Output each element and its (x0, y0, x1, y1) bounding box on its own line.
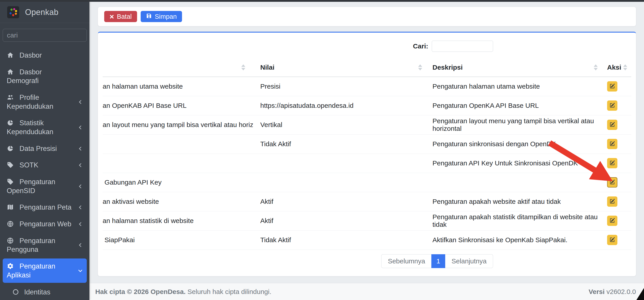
edit-pencil-square-icon (609, 218, 615, 224)
cell-keterangan: an aktivasi website (103, 192, 253, 211)
sidebar-item-label: SOTK (20, 161, 38, 169)
edit-pencil-square-icon (609, 83, 615, 90)
save-button[interactable]: Simpan (141, 11, 182, 22)
sidebar-item-dasbor-demografi[interactable]: Dasbor Demografi (3, 64, 87, 89)
table-row: an layout menu yang tampil bisa vertikal… (103, 115, 631, 134)
cell-keterangan: an layout menu yang tampil bisa vertikal… (103, 115, 253, 134)
cell-aksi (602, 153, 631, 173)
cell-deskripsi: Pengaturan sinkronisasi dengan OpenDK (426, 134, 602, 153)
sidebar-item-pengaturan-peta[interactable]: Pengaturan Peta (3, 200, 87, 215)
sidebar-item-label: Pengaturan Aplikasi (7, 262, 55, 279)
cell-keterangan: SiapPakai (103, 230, 253, 250)
edit-button[interactable] (607, 100, 618, 111)
sidebar-item-dasbor[interactable]: Dasbor (3, 47, 87, 63)
sidebar-subitem-identitas[interactable]: Identitas (3, 284, 87, 300)
cell-deskripsi: Pengaturan halaman utama website (426, 77, 602, 96)
tag-icon (7, 161, 14, 168)
chevron-down-icon (77, 268, 83, 274)
edit-button[interactable] (607, 177, 618, 187)
cell-deskripsi: Pengaturan layout menu yang tampil bisa … (426, 115, 602, 134)
copyright-text: Hak cipta © 2026 OpenDesa. Seluruh hak c… (95, 288, 272, 296)
column-header-key[interactable] (103, 58, 253, 77)
tag-icon (7, 178, 14, 185)
edit-button[interactable] (607, 139, 618, 149)
sidebar-search (3, 29, 87, 42)
edit-pencil-square-icon (609, 141, 615, 147)
close-icon: × (110, 13, 114, 20)
pagination-next-button[interactable]: Selanjutnya (445, 254, 493, 268)
column-header-aksi[interactable]: Aksi (602, 58, 631, 77)
users-icon (7, 94, 14, 101)
chevron-left-icon (77, 204, 83, 210)
sidebar-item-data-presisi[interactable]: Data Presisi (3, 141, 87, 156)
home-icon (7, 68, 14, 75)
cell-nilai: Vertikal (253, 115, 426, 134)
sort-icon (241, 64, 245, 70)
table-row: an OpenKAB API Base URLhttps://apisatuda… (103, 96, 631, 115)
footer: Hak cipta © 2026 OpenDesa. Seluruh hak c… (90, 283, 644, 300)
edit-button[interactable] (607, 120, 618, 130)
circle-icon (12, 288, 19, 296)
edit-button[interactable] (607, 216, 618, 226)
pagination-page-1[interactable]: 1 (431, 254, 445, 268)
sidebar-item-pengaturan-web[interactable]: Pengaturan Web (3, 216, 87, 232)
chevron-left-icon (77, 221, 83, 227)
chevron-left-icon (77, 99, 83, 105)
edit-pencil-square-icon (609, 237, 615, 243)
sidebar-item-sotk[interactable]: SOTK (3, 157, 87, 173)
pagination-prev-button[interactable]: Sebelumnya (381, 254, 431, 268)
pie-icon (7, 119, 14, 126)
brand: Openkab (0, 2, 90, 23)
edit-button[interactable] (607, 158, 618, 168)
cell-aksi (602, 211, 631, 230)
cell-nilai: Tidak Aktif (253, 230, 426, 250)
table-search-label: Cari: (413, 42, 428, 50)
cell-keterangan: an halaman statistik di website (103, 211, 253, 230)
form-toolbar: × Batal Simpan (98, 7, 636, 26)
sidebar-subitem-label: Identitas (24, 288, 50, 296)
sidebar-item-pengaturan-opensid[interactable]: Pengaturan OpenSID (3, 174, 87, 198)
column-header-nilai[interactable]: Nilai (253, 58, 426, 77)
sidebar-item-pengaturan-pengguna[interactable]: Pengaturan Pengguna (3, 233, 87, 257)
cell-deskripsi: Aktifkan Sinkronisasi ke OpenKab SiapPak… (426, 230, 602, 250)
cell-aksi (602, 115, 631, 134)
table-row: an halaman utama websitePresisiPengatura… (103, 77, 631, 96)
table-row: an aktivasi websiteAktifPengaturan apaka… (103, 192, 631, 211)
cell-nilai: Aktif (253, 211, 426, 230)
sidebar-nav: DasborDasbor DemografiProfile Kependuduk… (0, 42, 90, 300)
cell-nilai: Tidak Aktif (253, 134, 426, 153)
chevron-left-icon (77, 146, 83, 151)
sidebar-item-profile-kependudukan[interactable]: Profile Kependudukan (3, 90, 87, 114)
cell-keterangan: Gabungan API Key (103, 173, 253, 192)
column-header-deskripsi[interactable]: Deskripsi (426, 58, 602, 77)
table-row: SiapPakaiTidak AktifAktifkan Sinkronisas… (103, 230, 631, 250)
pagination: Sebelumnya 1 Selanjutnya (103, 254, 493, 268)
home-icon (7, 52, 14, 59)
cell-nilai (253, 173, 426, 192)
cell-aksi (602, 230, 631, 250)
cancel-button[interactable]: × Batal (104, 11, 137, 22)
settings-table: Nilai Deskripsi Aksi an halaman ut (103, 58, 631, 250)
cell-deskripsi: Pengaturan OpenKA API Base URL (426, 96, 602, 115)
table-row: Gabungan API Key (103, 173, 631, 192)
edit-pencil-square-icon (609, 198, 615, 205)
sidebar-search-input[interactable] (3, 29, 87, 41)
sidebar-item-label: Pengaturan Pengguna (7, 237, 55, 254)
edit-pencil-square-icon (609, 122, 615, 128)
cell-nilai (253, 153, 426, 173)
cell-keterangan (103, 134, 253, 153)
table-search-input[interactable] (432, 41, 493, 52)
settings-table-body: an halaman utama websitePresisiPengatura… (103, 77, 631, 250)
sidebar: Openkab DasborDasbor DemografiProfile Ke… (0, 0, 90, 300)
sort-icon (594, 64, 598, 70)
edit-button[interactable] (607, 235, 618, 245)
cell-deskripsi: Pengaturan apakah website aktif atau tid… (426, 192, 602, 211)
edit-button[interactable] (607, 81, 618, 92)
table-row: Tidak AktifPengaturan sinkronisasi denga… (103, 134, 631, 153)
sidebar-item-label: Pengaturan Web (20, 220, 71, 228)
sidebar-item-statistik-kependudukan[interactable]: Statistik Kependudukan (3, 115, 87, 140)
sidebar-item-pengaturan-aplikasi[interactable]: Pengaturan Aplikasi (3, 259, 87, 283)
edit-button[interactable] (607, 196, 618, 207)
brand-name: Openkab (25, 7, 58, 17)
chevron-left-icon (77, 125, 83, 130)
